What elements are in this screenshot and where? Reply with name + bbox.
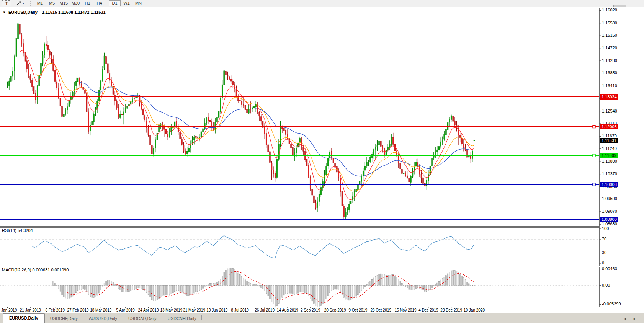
date-label: 14 Aug 2019 — [277, 308, 298, 312]
date-label: 4 Dec 2019 — [418, 308, 438, 312]
rsi-indicator-label: RSI(14) 54.3204 — [2, 228, 33, 233]
date-label: 27 Feb 2019 — [67, 308, 88, 312]
text-tool-button[interactable]: T — [2, 0, 11, 6]
toolbar-separator — [107, 0, 107, 6]
timeframe-button-mn[interactable]: MN — [132, 0, 144, 6]
chart-tabs: EURUSD,DailyUSDCHF,DailyAUDUSD,DailyUSDC… — [0, 313, 202, 323]
timeframe-button-m30[interactable]: M30 — [70, 0, 82, 6]
date-label: 23 Dec 2019 — [440, 308, 462, 312]
diagonal-arrows-icon — [16, 1, 21, 6]
chart-tab-bar: EURUSD,DailyUSDCHF,DailyAUDUSD,DailyUSDC… — [0, 313, 644, 323]
date-label: 8 Feb 2019 — [45, 308, 65, 312]
tab-scroll-right-icon[interactable]: ► — [633, 317, 636, 321]
macd-indicator-label: MACD(12,26,9) 0.000631 0.001090 — [2, 268, 69, 272]
timeframe-button-d1[interactable]: D1 — [109, 0, 121, 6]
chart-header: ▼ EURUSD,Daily 1.11515 1.11608 1.11472 1… — [3, 10, 106, 15]
date-label: 24 Apr 2019 — [138, 308, 159, 312]
time-axis[interactable]: 2 Jan 201921 Jan 20198 Feb 201927 Feb 20… — [0, 308, 644, 313]
collapse-arrow-icon[interactable]: ▼ — [3, 11, 6, 14]
date-label: 20 Sep 2019 — [324, 308, 346, 312]
chart-canvas[interactable] — [0, 8, 644, 310]
chart-tab-audusd[interactable]: AUDUSD,Daily — [83, 314, 123, 323]
date-label: 18 Mar 2019 — [90, 308, 111, 312]
toolbar: T ▾ M1M5M15M30H1H4D1W1MN — [0, 0, 644, 7]
date-label: 10 Jan 2020 — [464, 308, 485, 312]
timeframe-button-h1[interactable]: H1 — [82, 0, 93, 6]
tab-separator — [201, 315, 202, 320]
toolbar-grip[interactable] — [30, 1, 32, 6]
date-label: 5 Apr 2019 — [116, 308, 135, 312]
date-label: 31 May 2019 — [183, 308, 205, 312]
chart-symbol-title: EURUSD,Daily — [8, 10, 38, 15]
timeframe-button-m5[interactable]: M5 — [46, 0, 58, 6]
date-label: 15 Nov 2019 — [395, 308, 417, 312]
date-label: 21 Jan 2019 — [20, 308, 41, 312]
date-label: 2 Sep 2019 — [301, 308, 320, 312]
chart-tab-usdcnh[interactable]: USDCNH,Daily — [162, 314, 202, 323]
chart-ohlc-quotes: 1.11515 1.11608 1.11472 1.11531 — [42, 10, 106, 15]
timeframe-button-m1[interactable]: M1 — [34, 0, 46, 6]
price-axis[interactable] — [600, 8, 644, 314]
date-label: 13 May 2019 — [160, 308, 182, 312]
tab-scroll-left-icon[interactable]: ◄ — [623, 317, 627, 321]
chart-window: ▼ EURUSD,Daily 1.11515 1.11608 1.11472 1… — [0, 7, 644, 323]
toolbar-separator — [146, 0, 146, 6]
tab-scroll-arrows: ◄ ► — [623, 317, 644, 321]
chart-tab-usdcad[interactable]: USDCAD,Daily — [123, 314, 162, 323]
date-label: 19 Jun 2019 — [206, 308, 227, 312]
cursor-tool-button[interactable]: ▾ — [13, 0, 27, 6]
chart-tab-eurusd[interactable]: EURUSD,Daily — [3, 313, 45, 323]
timeframe-buttons: M1M5M15M30H1H4D1W1MN — [34, 0, 148, 6]
timeframe-button-h4[interactable]: H4 — [93, 0, 105, 6]
date-label: 26 Jul 2019 — [255, 308, 275, 312]
date-label: 8 Jul 2019 — [231, 308, 249, 312]
dropdown-caret-icon: ▾ — [23, 2, 24, 5]
panel-frames — [0, 8, 600, 307]
date-label: 28 Oct 2019 — [370, 308, 391, 312]
chart-tab-usdchf[interactable]: USDCHF,Daily — [45, 314, 83, 323]
date-label: 2 Jan 2019 — [0, 308, 17, 312]
timeframe-button-m15[interactable]: M15 — [58, 0, 70, 6]
date-label: 9 Oct 2019 — [348, 308, 367, 312]
timeframe-button-w1[interactable]: W1 — [121, 0, 132, 6]
